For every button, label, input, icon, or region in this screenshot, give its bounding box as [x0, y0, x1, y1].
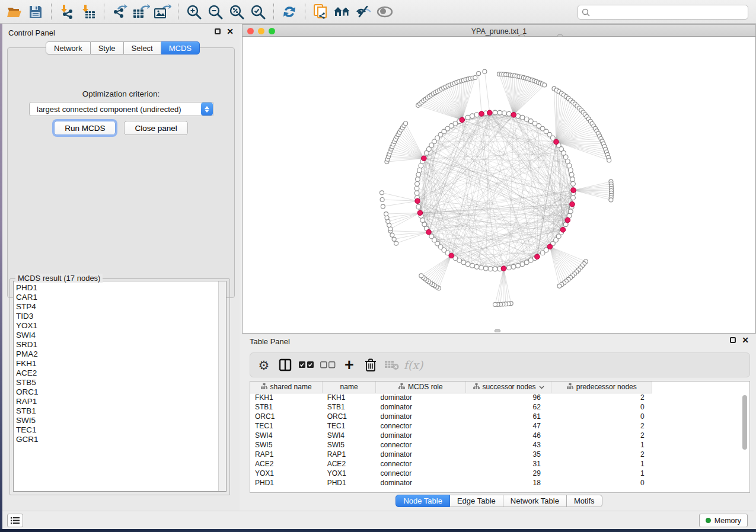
- sort-chevron-icon: [539, 383, 544, 391]
- zoom-selected-icon[interactable]: [247, 2, 269, 21]
- close-panel-icon[interactable]: ✕: [227, 28, 234, 34]
- zoom-fit-icon[interactable]: [226, 2, 247, 21]
- network-titlebar[interactable]: YPA_prune.txt_1: [242, 24, 756, 37]
- table-scrollbar[interactable]: [742, 383, 748, 492]
- splitter-handle[interactable]: [519, 34, 525, 37]
- column-header[interactable]: shared name: [250, 382, 323, 393]
- table-row[interactable]: RAP1RAP1dominator352: [250, 450, 749, 459]
- mcds-result-item[interactable]: TID3: [14, 312, 226, 321]
- toolbar-separator: [51, 4, 52, 20]
- search-input[interactable]: [593, 7, 744, 18]
- function-icon: f(x): [404, 356, 422, 374]
- memory-label: Memory: [714, 517, 741, 525]
- run-mcds-button[interactable]: Run MCDS: [54, 121, 116, 135]
- network-view[interactable]: [242, 37, 756, 334]
- mcds-result-item[interactable]: STP4: [14, 302, 226, 312]
- table-row[interactable]: YOX1YOX1connector291: [250, 469, 749, 478]
- tab-network-table[interactable]: Network Table: [503, 495, 567, 507]
- table-tabs: Node TableEdge TableNetwork TableMotifs: [242, 495, 756, 507]
- float-panel-icon[interactable]: [215, 28, 221, 34]
- table-row[interactable]: STB1STB1dominator620: [250, 402, 749, 412]
- add-icon[interactable]: +: [340, 356, 358, 374]
- desktop-wallpaper: [0, 529, 756, 532]
- table-row[interactable]: PHD1PHD1dominator180: [250, 478, 749, 488]
- zoom-in-icon[interactable]: [183, 2, 205, 21]
- tab-node-table[interactable]: Node Table: [395, 495, 450, 507]
- float-panel-icon[interactable]: [730, 337, 736, 343]
- tab-network[interactable]: Network: [46, 41, 91, 55]
- export-image-icon[interactable]: [152, 2, 173, 21]
- hide-selected-icon[interactable]: [353, 2, 374, 21]
- tab-motifs[interactable]: Motifs: [567, 495, 602, 507]
- network-graph[interactable]: [243, 37, 755, 332]
- table-tree-icon: [473, 383, 480, 391]
- table-row[interactable]: FKH1FKH1dominator962: [250, 393, 749, 402]
- column-header[interactable]: predecessor nodes: [551, 382, 652, 393]
- table-row[interactable]: TEC1TEC1connector472: [250, 421, 749, 431]
- task-history-button[interactable]: [7, 514, 23, 527]
- tab-edge-table[interactable]: Edge Table: [450, 495, 503, 507]
- export-network-icon[interactable]: [109, 2, 130, 21]
- mcds-result-item[interactable]: STB1: [14, 406, 226, 416]
- column-header[interactable]: MCDS role: [376, 382, 466, 393]
- network-window: YPA_prune.txt_1: [242, 24, 756, 334]
- mcds-result-item[interactable]: PHD1: [14, 283, 226, 293]
- export-table-icon[interactable]: [130, 2, 152, 21]
- toolbar-separator: [104, 4, 104, 20]
- mcds-result-item[interactable]: YOX1: [14, 321, 226, 331]
- mcds-result-item[interactable]: FKH1: [14, 359, 226, 368]
- table-tree-icon: [261, 383, 267, 391]
- tab-style[interactable]: Style: [91, 41, 124, 55]
- table-row[interactable]: SWI5SWI5connector431: [250, 440, 749, 450]
- zoom-out-icon[interactable]: [205, 2, 226, 21]
- mcds-result-item[interactable]: STB5: [14, 378, 226, 387]
- mcds-result-item[interactable]: SWI5: [14, 416, 226, 425]
- column-header[interactable]: name: [323, 382, 376, 393]
- close-panel-button[interactable]: Close panel: [124, 121, 187, 135]
- houses-icon[interactable]: [331, 2, 353, 21]
- memory-button[interactable]: Memory: [699, 514, 748, 527]
- mcds-result-item[interactable]: TEC1: [14, 425, 226, 435]
- mcds-result-item[interactable]: GCR1: [14, 435, 226, 444]
- show-eye-icon[interactable]: [374, 2, 395, 21]
- mcds-result-item[interactable]: ORC1: [14, 387, 226, 397]
- splitter-handle[interactable]: [557, 34, 563, 37]
- close-panel-icon[interactable]: ✕: [742, 337, 749, 343]
- control-panel: Control Panel ✕ NetworkStyleSelectMCDS O…: [2, 24, 240, 511]
- mcds-list-scrollbar[interactable]: [218, 281, 226, 491]
- import-network-icon[interactable]: [56, 2, 78, 21]
- column-view-icon[interactable]: [276, 356, 294, 374]
- column-header[interactable]: successor nodes: [465, 382, 551, 393]
- network-title: YPA_prune.txt_1: [243, 27, 755, 36]
- table-row[interactable]: ORC1ORC1dominator610: [250, 412, 749, 421]
- mcds-result-item[interactable]: ACE2: [14, 368, 226, 378]
- refresh-icon[interactable]: [279, 2, 300, 21]
- import-table-icon[interactable]: [78, 2, 99, 21]
- table-row[interactable]: SWI4SWI4dominator462: [250, 431, 749, 440]
- search-icon: [582, 8, 590, 17]
- horizontal-splitter-handle[interactable]: [495, 329, 500, 332]
- gear-icon[interactable]: ⚙: [255, 356, 273, 374]
- toolbar-separator: [273, 4, 274, 20]
- mcds-result-item[interactable]: SWI4: [14, 331, 226, 340]
- mcds-result-list[interactable]: PHD1CAR1STP4TID3YOX1SWI4SRD1PMA2FKH1ACE2…: [13, 281, 227, 492]
- mcds-result-item[interactable]: PMA2: [14, 350, 226, 359]
- table-row[interactable]: ACE2ACE2connector311: [250, 459, 749, 469]
- tab-select[interactable]: Select: [124, 41, 161, 55]
- tab-mcds[interactable]: MCDS: [161, 41, 200, 55]
- toolbar-separator: [178, 4, 178, 20]
- mcds-result-item[interactable]: SRD1: [14, 340, 226, 350]
- select-all-icon[interactable]: [298, 356, 315, 374]
- scrollbar-thumb[interactable]: [742, 395, 747, 450]
- mcds-result-item[interactable]: RAP1: [14, 397, 226, 406]
- clone-network-icon[interactable]: [310, 2, 331, 21]
- trash-icon[interactable]: [362, 356, 379, 374]
- open-file-icon[interactable]: [4, 2, 25, 21]
- mcds-result-item[interactable]: CAR1: [14, 293, 226, 302]
- control-panel-title: Control Panel: [8, 28, 55, 37]
- save-session-icon[interactable]: [25, 2, 46, 21]
- table-toolbar: ⚙ + f(x): [250, 352, 750, 377]
- criterion-select[interactable]: largest connected component (undirected): [29, 102, 214, 116]
- deselect-all-icon[interactable]: [319, 356, 337, 374]
- table-panel-title: Table Panel: [250, 337, 290, 346]
